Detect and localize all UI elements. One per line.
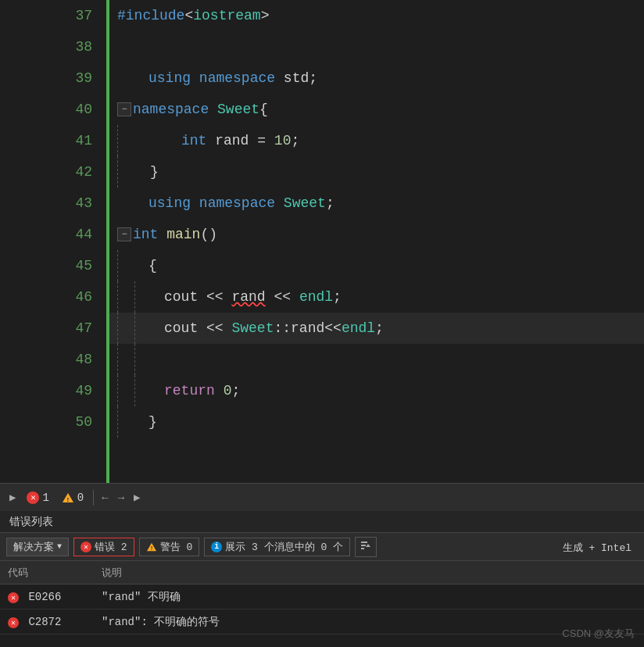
warn-count: 0 bbox=[77, 492, 84, 504]
line-37: 37 bbox=[0, 0, 98, 31]
error-desc-0: "rand" 不明确 bbox=[102, 590, 636, 604]
code-line-46: cout << rand << endl ; bbox=[109, 281, 644, 313]
line-numbers: 37 38 39 40 41 42 43 44 45 46 47 48 49 5… bbox=[0, 0, 109, 483]
code-line-50: } bbox=[109, 406, 644, 438]
col-desc-header: 说明 bbox=[102, 566, 636, 580]
error-code-0: ✕ E0266 bbox=[8, 591, 70, 603]
line-41: 41 bbox=[0, 125, 98, 156]
info-filter-label: 展示 3 个消息中的 0 个 bbox=[225, 540, 343, 554]
code-line-39: using namespace std; bbox=[109, 63, 644, 94]
nav-right[interactable]: → bbox=[115, 490, 127, 506]
line-49: 49 bbox=[0, 375, 98, 406]
line-50: 50 bbox=[0, 406, 98, 438]
error-filter-icon: ✕ bbox=[80, 542, 91, 552]
panel-title-bar: 错误列表 bbox=[0, 511, 644, 533]
line-43: 43 bbox=[0, 188, 98, 219]
col-code-header: 代码 bbox=[8, 566, 70, 580]
line-46: 46 bbox=[0, 281, 98, 313]
svg-rect-6 bbox=[361, 548, 364, 549]
code-content: #include<iostream> using namespace std; … bbox=[109, 0, 644, 483]
warn-badge[interactable]: ! 0 bbox=[57, 490, 88, 506]
code-line-38 bbox=[109, 31, 644, 63]
line-42: 42 bbox=[0, 156, 98, 188]
info-filter-icon: i bbox=[211, 542, 222, 552]
status-toolbar: ▶ ✕ 1 ! 0 ← → ▶ bbox=[0, 483, 644, 511]
warn-icon: ! bbox=[62, 492, 74, 504]
code-line-45: { bbox=[109, 250, 644, 281]
svg-marker-7 bbox=[366, 544, 370, 547]
error-panel: 错误列表 解决方案 ▼ ✕ 错误 2 ! 警告 0 i 展示 3 个消息中的 0… bbox=[0, 511, 644, 647]
error-row-0[interactable]: ✕ E0266 "rand" 不明确 bbox=[0, 584, 644, 609]
code-line-49: return 0 ; bbox=[109, 375, 644, 406]
toolbar-separator bbox=[93, 490, 94, 506]
dropdown-arrow[interactable]: ▶ bbox=[6, 489, 19, 506]
error-table-header: 代码 说明 bbox=[0, 561, 644, 584]
csdn-watermark: CSDN @友友马 bbox=[562, 627, 635, 641]
warn-filter-btn[interactable]: ! 警告 0 bbox=[139, 538, 200, 556]
line-40: 40 bbox=[0, 94, 98, 125]
solution-dropdown[interactable]: 解决方案 ▼ bbox=[6, 538, 69, 556]
error-desc-1: "rand": 不明确的符号 bbox=[102, 615, 636, 629]
error-badge[interactable]: ✕ 1 bbox=[22, 490, 53, 506]
line-47: 47 bbox=[0, 313, 98, 344]
line-45: 45 bbox=[0, 250, 98, 281]
nav-left[interactable]: ← bbox=[98, 490, 111, 506]
svg-rect-5 bbox=[361, 545, 366, 546]
code-editor: 37 38 39 40 41 42 43 44 45 46 47 48 49 5… bbox=[0, 0, 644, 483]
code-line-43: using namespace Sweet ; bbox=[109, 188, 644, 219]
svg-text:!: ! bbox=[66, 496, 70, 503]
filter-sort-btn[interactable] bbox=[355, 537, 377, 557]
gen-button[interactable]: 生成 + Intel bbox=[556, 541, 638, 556]
nav-end[interactable]: ▶ bbox=[131, 489, 143, 506]
warn-filter-label: 警告 0 bbox=[160, 540, 193, 554]
code-line-48 bbox=[109, 344, 644, 375]
error-filter-btn[interactable]: ✕ 错误 2 bbox=[73, 538, 134, 556]
error-row-1[interactable]: ✕ C2872 "rand": 不明确的符号 bbox=[0, 609, 644, 634]
code-line-40: − namespace Sweet { bbox=[109, 94, 644, 125]
code-line-41: int rand = 10 ; bbox=[109, 125, 644, 156]
code-line-37: #include<iostream> bbox=[109, 0, 644, 31]
warn-filter-icon: ! bbox=[146, 542, 157, 552]
row-error-icon-0: ✕ bbox=[8, 592, 19, 603]
error-code-1: ✕ C2872 bbox=[8, 616, 70, 628]
error-rows: ✕ E0266 "rand" 不明确 ✕ C2872 "rand": 不明确的符… bbox=[0, 584, 644, 634]
error-toolbar: 解决方案 ▼ ✕ 错误 2 ! 警告 0 i 展示 3 个消息中的 0 个 bbox=[0, 533, 644, 561]
fold-icon-40[interactable]: − bbox=[117, 102, 131, 116]
code-line-47: cout << Sweet :: rand << endl ; bbox=[109, 313, 644, 344]
code-line-44: − int main () bbox=[109, 219, 644, 250]
svg-rect-4 bbox=[361, 542, 367, 543]
code-line-42: } bbox=[109, 156, 644, 188]
svg-text:!: ! bbox=[150, 545, 153, 552]
line-39: 39 bbox=[0, 63, 98, 94]
gen-section: 生成 + Intel bbox=[556, 539, 638, 555]
dropdown-chevron: ▼ bbox=[57, 542, 62, 551]
error-icon: ✕ bbox=[27, 492, 39, 504]
info-filter-btn[interactable]: i 展示 3 个消息中的 0 个 bbox=[204, 538, 350, 556]
line-38: 38 bbox=[0, 31, 98, 63]
solution-label: 解决方案 bbox=[13, 540, 54, 554]
error-count: 1 bbox=[42, 492, 48, 504]
line-44: 44 bbox=[0, 219, 98, 250]
fold-icon-44[interactable]: − bbox=[117, 227, 131, 241]
error-filter-label: 错误 2 bbox=[95, 540, 127, 554]
line-48: 48 bbox=[0, 344, 98, 375]
row-error-icon-1: ✕ bbox=[8, 617, 19, 628]
panel-title: 错误列表 bbox=[9, 515, 53, 529]
